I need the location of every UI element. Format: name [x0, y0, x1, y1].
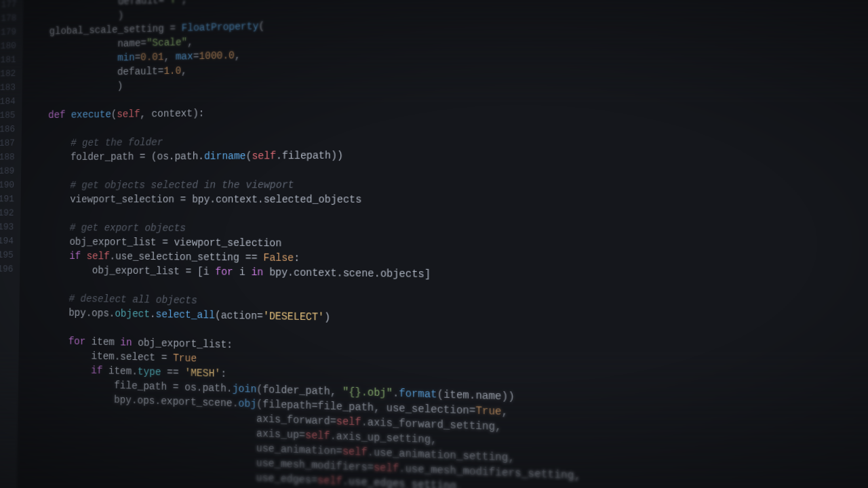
- line-number: 190: [0, 178, 14, 192]
- line-number: 178: [0, 12, 16, 26]
- line-number: [0, 277, 13, 291]
- line-number: [0, 432, 11, 447]
- line-number: [0, 304, 13, 319]
- line-number: 194: [0, 235, 14, 249]
- line-number: 181: [0, 53, 16, 67]
- line-number: [0, 474, 10, 488]
- code-line[interactable]: viewport_selection = bpy.context.selecte…: [24, 192, 868, 208]
- line-number: 183: [0, 81, 16, 95]
- line-number: 188: [0, 150, 15, 165]
- line-number: [0, 418, 11, 432]
- code-area[interactable]: default='Y', ) global_scale_setting = Fl…: [17, 0, 868, 488]
- line-number: 189: [0, 165, 14, 179]
- line-number: [0, 319, 12, 333]
- line-number: 192: [0, 206, 14, 220]
- line-number: [0, 375, 12, 390]
- line-number: 179: [0, 25, 16, 39]
- line-number: [0, 333, 12, 347]
- line-number: [0, 361, 12, 375]
- line-number: [0, 389, 12, 404]
- line-number: 187: [0, 136, 15, 150]
- line-number: [0, 460, 11, 474]
- line-number: 195: [0, 248, 14, 262]
- line-number: 186: [0, 123, 15, 137]
- line-number: [0, 445, 11, 460]
- line-number: 196: [0, 262, 13, 277]
- code-line[interactable]: # get objects selected in the viewport: [25, 176, 868, 192]
- code-editor[interactable]: 1771781791801811821831841851861871881891…: [0, 0, 868, 488]
- line-number: [0, 403, 12, 418]
- line-number: 177: [0, 0, 17, 12]
- line-number: 191: [0, 192, 14, 207]
- line-number: 185: [0, 108, 15, 123]
- line-number: 193: [0, 220, 14, 235]
- line-number: 182: [0, 67, 16, 81]
- line-number: 180: [0, 39, 16, 54]
- line-number: [0, 346, 12, 361]
- line-number: 184: [0, 95, 16, 109]
- line-number: [0, 290, 13, 304]
